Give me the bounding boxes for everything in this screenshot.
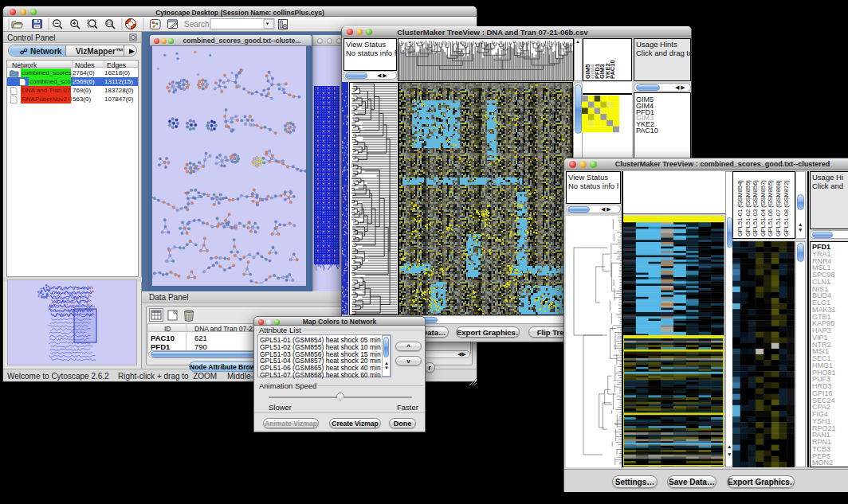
svg-text:1:1: 1:1 (107, 21, 112, 25)
svg-text:Search:: Search: (184, 20, 211, 29)
